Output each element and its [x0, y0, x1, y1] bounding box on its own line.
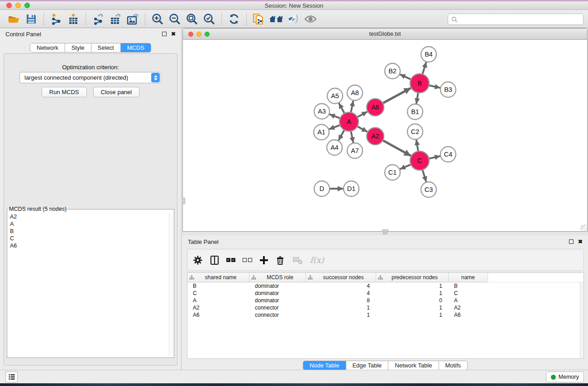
table-cell[interactable]: C: [449, 290, 488, 297]
import-network-button[interactable]: [48, 11, 65, 27]
table-cell[interactable]: 1: [376, 311, 449, 319]
close-window-button[interactable]: [6, 3, 12, 8]
column-header-successor-nodes[interactable]: successor nodes: [306, 273, 376, 282]
table-cell[interactable]: A6: [449, 311, 488, 319]
table-cell[interactable]: 8: [306, 297, 376, 304]
mcds-result-item[interactable]: A: [8, 220, 168, 228]
show-panels-button[interactable]: [5, 372, 18, 382]
table-cell[interactable]: C: [187, 290, 249, 297]
mcds-result-item[interactable]: C: [8, 235, 168, 242]
column-header-name[interactable]: name: [449, 273, 488, 282]
table-cell[interactable]: 4: [306, 282, 376, 290]
close-table-panel-icon[interactable]: ✖: [578, 239, 583, 244]
deselect-all-button[interactable]: [243, 253, 252, 267]
network-window-titlebar[interactable]: testGlobe.txt: [183, 29, 587, 40]
table-row[interactable]: Adominator80A: [187, 297, 583, 304]
table-cell[interactable]: connector: [249, 304, 306, 311]
float-table-panel-icon[interactable]: [569, 239, 574, 244]
zoom-in-button[interactable]: [149, 11, 166, 27]
create-column-button[interactable]: [259, 253, 268, 267]
mcds-result-item[interactable]: A2: [8, 213, 168, 220]
mcds-result-item[interactable]: A6: [8, 242, 168, 249]
graph-edge-C-C3[interactable]: [422, 170, 426, 182]
mcds-result-item[interactable]: B: [8, 228, 168, 235]
table-cell[interactable]: 1: [376, 304, 449, 311]
table-cell[interactable]: B: [449, 282, 488, 290]
graph-edge-C-C2[interactable]: [416, 140, 418, 151]
graph-edge-B-B1[interactable]: [416, 93, 418, 104]
search-input[interactable]: [458, 15, 583, 24]
table-cell[interactable]: 4: [306, 290, 376, 297]
select-all-button[interactable]: ✓ ✓: [226, 253, 235, 267]
delete-table-button[interactable]: [292, 253, 303, 267]
toolbar-search[interactable]: [448, 14, 583, 25]
graph-edge-A-A3[interactable]: [330, 114, 340, 118]
close-panel-button[interactable]: Close panel: [93, 87, 140, 97]
memory-button[interactable]: Memory: [546, 372, 584, 382]
graph-edge-A-A7[interactable]: [351, 131, 353, 143]
table-row[interactable]: Bdominator41B: [187, 282, 583, 290]
table-cell[interactable]: A2: [449, 304, 488, 311]
horizontal-splitter[interactable]: [182, 232, 588, 235]
graph-edge-A-A6[interactable]: [357, 112, 367, 117]
tab-network[interactable]: Network: [30, 43, 65, 52]
graph-edge-C-C4[interactable]: [429, 156, 440, 159]
show-all-button[interactable]: [302, 11, 319, 27]
column-settings-button[interactable]: [193, 253, 203, 267]
table-row[interactable]: A2connector11A2: [187, 304, 583, 311]
delete-column-button[interactable]: [276, 253, 285, 267]
minimize-window-button[interactable]: [15, 3, 21, 8]
column-header-shared-name[interactable]: shared name: [187, 273, 249, 282]
export-image-button[interactable]: [124, 11, 141, 27]
network-close-button[interactable]: [188, 32, 193, 37]
graph-edge-A-A4[interactable]: [339, 130, 344, 140]
graph-edge-C-C1[interactable]: [400, 164, 411, 169]
graph-edge-B-B3[interactable]: [429, 86, 440, 88]
birdseye-handle-left[interactable]: [182, 198, 185, 204]
save-session-button[interactable]: [23, 11, 40, 27]
graph-edge-A-A8[interactable]: [351, 101, 353, 113]
zoom-selected-button[interactable]: [201, 11, 218, 27]
column-header-predecessor-nodes[interactable]: predecessor nodes: [376, 273, 449, 282]
float-panel-icon[interactable]: [162, 32, 167, 36]
network-minimize-button[interactable]: [196, 32, 201, 37]
table-cell[interactable]: 1: [376, 282, 449, 290]
tab-mcds[interactable]: MCDS: [121, 43, 151, 52]
graph-edge-B-B2[interactable]: [400, 74, 411, 79]
main-titlebar[interactable]: Session: New Session: [0, 1, 588, 10]
zoom-fit-button[interactable]: [183, 11, 201, 27]
tab-node-table[interactable]: Node Table: [303, 361, 346, 370]
tab-motifs[interactable]: Motifs: [439, 361, 467, 370]
criterion-select[interactable]: largest connected component (directed): [19, 72, 161, 83]
ndex-home-button[interactable]: [268, 11, 285, 27]
table-row[interactable]: A6connector11A6: [187, 311, 583, 319]
export-network-button[interactable]: [90, 11, 107, 27]
table-cell[interactable]: A2: [187, 304, 249, 311]
network-maximize-button[interactable]: [205, 32, 210, 37]
tab-edge-table[interactable]: Edge Table: [346, 361, 388, 370]
run-mcds-button[interactable]: Run MCDS: [42, 87, 87, 97]
table-cell[interactable]: dominator: [249, 297, 306, 304]
table-cell[interactable]: A6: [187, 311, 249, 319]
table-cell[interactable]: dominator: [249, 290, 306, 297]
table-scrollbar[interactable]: [580, 282, 583, 358]
table-cell[interactable]: connector: [249, 311, 306, 319]
graph-edge-A2-C[interactable]: [383, 140, 411, 156]
mcds-result-scrollbar[interactable]: [169, 213, 173, 357]
table-cell[interactable]: B: [187, 282, 249, 290]
graph-edge-A6-B[interactable]: [383, 88, 411, 103]
table-mode-button[interactable]: [210, 253, 219, 267]
export-table-button[interactable]: [107, 11, 124, 27]
open-session-button[interactable]: [5, 11, 23, 27]
tab-style[interactable]: Style: [65, 43, 91, 52]
table-row[interactable]: Cdominator41C: [187, 290, 583, 297]
table-cell[interactable]: A: [449, 297, 488, 304]
network-canvas[interactable]: B4B2BB3A8A5A6A3B1AA1C2A2A4A7C4CC1DD1C3: [183, 40, 587, 231]
graph-edge-A-A2[interactable]: [357, 126, 367, 132]
graph-edge-A-A1[interactable]: [329, 125, 340, 129]
table-cell[interactable]: 0: [376, 297, 449, 304]
table-cell[interactable]: 1: [376, 290, 449, 297]
graph-edge-B-B4[interactable]: [422, 62, 426, 74]
maximize-window-button[interactable]: [24, 3, 30, 8]
zoom-out-button[interactable]: [166, 11, 183, 27]
